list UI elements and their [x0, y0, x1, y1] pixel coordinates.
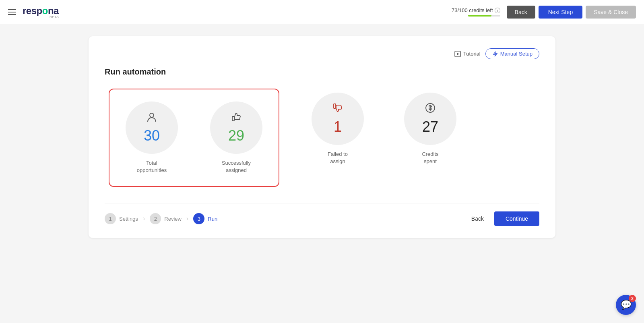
manual-setup-label: Manual Setup	[500, 51, 533, 57]
header-buttons: Back Next Step Save & Close	[507, 6, 636, 19]
step-3: 3 Run	[193, 213, 217, 224]
continue-button[interactable]: Continue	[494, 211, 539, 226]
stat-total-opportunities: 30 Totalopportunities	[109, 97, 194, 178]
card-top-actions: Tutorial Manual Setup	[105, 48, 539, 59]
person-icon	[146, 111, 157, 125]
tutorial-button[interactable]: Tutorial	[454, 51, 481, 57]
credits-info-icon[interactable]: i	[495, 8, 500, 13]
stat-failed-assign: 1 Failed toassign	[295, 89, 380, 187]
stat-label-credits: Creditsspent	[422, 151, 438, 165]
step-2-label: Review	[164, 216, 182, 222]
step-3-circle: 3	[193, 213, 204, 224]
logo-text: respona	[23, 5, 59, 16]
stats-highlighted: 30 Totalopportunities 29	[109, 89, 279, 187]
card-footer: 1 Settings › 2 Review › 3 Run	[105, 203, 539, 226]
stepper: 1 Settings › 2 Review › 3 Run	[105, 213, 465, 224]
menu-icon[interactable]	[8, 9, 16, 15]
credits-bar-fill	[468, 15, 491, 17]
credits-info: 73/100 credits left i	[452, 7, 500, 17]
svg-rect-3	[232, 116, 234, 121]
lightning-icon	[492, 51, 498, 57]
next-step-button[interactable]: Next Step	[539, 6, 582, 19]
stat-number-success: 29	[228, 127, 244, 144]
stats-row: 30 Totalopportunities 29	[105, 89, 539, 187]
step-arrow-2: ›	[186, 215, 188, 222]
svg-point-2	[150, 113, 154, 117]
logo-beta: BETA	[23, 15, 59, 19]
header-center: 73/100 credits left i	[59, 7, 500, 17]
card: Tutorial Manual Setup Run automation	[89, 36, 555, 238]
stat-circle-success: 29	[210, 101, 262, 154]
step-1-circle: 1	[105, 213, 116, 224]
stat-credits-spent: 27 Creditsspent	[388, 89, 473, 187]
credits-text: 73/100 credits left	[452, 7, 493, 13]
thumbs-up-icon	[231, 111, 242, 125]
stat-circle-failed: 1	[312, 93, 364, 145]
footer-buttons: Back Continue	[465, 211, 539, 226]
header: respona BETA 73/100 credits left i Back …	[0, 0, 644, 24]
stat-label-failed: Failed toassign	[328, 151, 348, 165]
svg-marker-1	[457, 53, 459, 55]
credits-bar	[468, 15, 500, 17]
stat-successfully-assigned: 29 Successfullyassigned	[194, 97, 279, 178]
footer-back-button[interactable]: Back	[465, 211, 490, 226]
back-button[interactable]: Back	[507, 6, 535, 19]
stat-label-success: Successfullyassigned	[222, 159, 251, 174]
stat-circle-total: 30	[126, 101, 178, 154]
step-2: 2 Review	[150, 213, 182, 224]
manual-setup-button[interactable]: Manual Setup	[485, 48, 539, 59]
step-1: 1 Settings	[105, 213, 138, 224]
tutorial-label: Tutorial	[463, 51, 481, 57]
play-icon	[454, 51, 461, 57]
stat-circle-credits: 27	[404, 93, 456, 145]
main-content: Tutorial Manual Setup Run automation	[0, 24, 644, 250]
dollar-circle-icon	[425, 102, 436, 116]
stat-number-total: 30	[144, 127, 160, 144]
stat-number-credits: 27	[422, 118, 438, 135]
step-1-label: Settings	[119, 216, 138, 222]
svg-rect-4	[334, 104, 336, 108]
run-automation-title: Run automation	[105, 67, 539, 77]
step-arrow-1: ›	[143, 215, 145, 222]
step-3-label: Run	[208, 216, 217, 222]
stat-label-total: Totalopportunities	[137, 159, 167, 174]
step-2-circle: 2	[150, 213, 161, 224]
logo: respona BETA	[23, 5, 59, 19]
thumbs-down-icon	[332, 102, 343, 116]
stat-number-failed: 1	[334, 118, 342, 135]
save-close-button[interactable]: Save & Close	[586, 6, 636, 19]
